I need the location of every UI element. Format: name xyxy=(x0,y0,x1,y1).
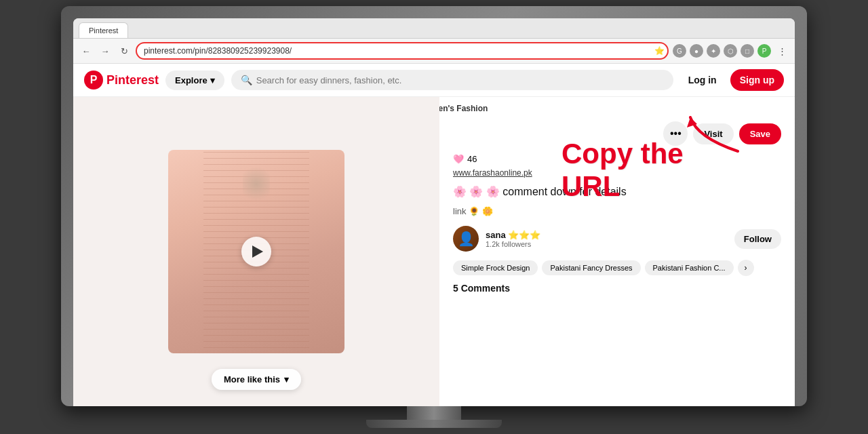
back-button[interactable]: ← xyxy=(79,43,94,58)
pinterest-logo: P Pinterest xyxy=(84,71,159,90)
comments-label: 5 Comments xyxy=(453,283,781,294)
pin-detail-panel: Copy the URL ••• Visit Save 🩷 xyxy=(439,97,795,406)
forward-button[interactable]: → xyxy=(98,43,113,58)
user-name-text: sana xyxy=(486,230,506,240)
user-info: sana ⭐⭐⭐ 1.2k followers xyxy=(486,230,728,248)
chevron-down-icon: ▾ xyxy=(210,75,215,85)
explore-label: Explore xyxy=(175,75,208,85)
browser-toolbar: ← → ↻ ⭐ G ● ✦ ⬡ □ P ⋮ xyxy=(73,39,795,64)
user-name-stars: ⭐⭐⭐ xyxy=(508,230,540,240)
address-bar-wrapper: ⭐ xyxy=(136,42,669,60)
tag-pakistani-fashion[interactable]: Pakistani Fashion C... xyxy=(645,260,734,275)
pinterest-p-icon: P xyxy=(84,71,103,90)
save-button[interactable]: Save xyxy=(739,123,781,144)
user-avatar[interactable] xyxy=(453,226,479,252)
address-bar[interactable] xyxy=(136,42,669,60)
dress-embellish xyxy=(243,163,270,204)
signup-button[interactable]: Sign up xyxy=(730,69,784,91)
ext-icon-5: □ xyxy=(741,44,754,58)
user-followers: 1.2k followers xyxy=(486,240,728,248)
pin-actions-row: ••• Visit Save xyxy=(453,121,781,146)
description-icons: 🌸 🌸 🌸 xyxy=(453,186,500,197)
likes-count: 46 xyxy=(467,154,477,164)
stand-base xyxy=(366,420,502,428)
pinterest-page: P Pinterest Explore ▾ 🔍 Log in Sign up xyxy=(73,64,795,406)
tag-pakistani-fancy[interactable]: Pakistani Fancy Dresses xyxy=(542,260,640,275)
extension-icons: G ● ✦ ⬡ □ P ⋮ xyxy=(673,43,789,58)
tags-row: Simple Frock Design Pakistani Fancy Dres… xyxy=(453,260,781,276)
pinterest-logo-text: Pinterest xyxy=(106,73,159,87)
active-tab[interactable]: Pinterest xyxy=(79,22,128,38)
search-input[interactable] xyxy=(256,75,664,85)
ext-icon-1: G xyxy=(673,44,686,58)
login-button[interactable]: Log in xyxy=(680,69,725,91)
ext-icon-3: ✦ xyxy=(707,44,720,58)
more-like-this-label: More like this xyxy=(224,374,280,384)
monitor: Pinterest ← → ↻ ⭐ G ● ✦ ⬡ xyxy=(61,6,807,406)
bookmark-icon[interactable]: ⭐ xyxy=(654,46,665,56)
browser-chrome: Pinterest xyxy=(73,18,795,39)
pin-image-area: More like this ▾ xyxy=(73,97,439,406)
description-text: comment down for details xyxy=(502,186,626,197)
tags-next-arrow[interactable]: › xyxy=(738,260,754,276)
ext-icon-2: ● xyxy=(690,44,703,58)
search-icon: 🔍 xyxy=(241,75,252,85)
user-name: sana ⭐⭐⭐ xyxy=(486,230,728,240)
menu-button[interactable]: ⋮ xyxy=(774,43,789,58)
user-row: sana ⭐⭐⭐ 1.2k followers Follow xyxy=(453,226,781,252)
visit-button[interactable]: Visit xyxy=(693,123,733,144)
tab-title: Pinterest xyxy=(89,26,118,35)
more-options-button[interactable]: ••• xyxy=(663,121,688,146)
heart-icon: 🩷 xyxy=(453,154,464,164)
follow-button[interactable]: Follow xyxy=(734,229,781,249)
play-triangle-icon xyxy=(252,245,263,258)
header-buttons: Log in Sign up xyxy=(680,69,784,91)
refresh-button[interactable]: ↻ xyxy=(117,43,132,58)
tag-simple-frock[interactable]: Simple Frock Design xyxy=(453,260,538,275)
play-button[interactable] xyxy=(241,237,271,267)
stand-neck xyxy=(407,406,461,420)
ext-icon-6: P xyxy=(757,44,771,58)
likes-row: 🩷 46 xyxy=(453,154,781,164)
pinterest-main: Explore › Women's Fashion More li xyxy=(73,97,795,406)
address-bar-icons: ⭐ xyxy=(654,46,665,56)
monitor-stand xyxy=(366,406,502,428)
explore-button[interactable]: Explore ▾ xyxy=(165,71,224,90)
pin-link-text: link 🌻 🌼 xyxy=(453,206,781,216)
website-link[interactable]: www.farashaonline.pk xyxy=(453,168,781,178)
search-bar: 🔍 xyxy=(231,70,673,90)
more-like-this-button[interactable]: More like this ▾ xyxy=(212,369,301,390)
chevron-down-icon: ▾ xyxy=(284,374,289,384)
pin-description: 🌸 🌸 🌸 comment down for details xyxy=(453,184,781,199)
ext-icon-4: ⬡ xyxy=(724,44,737,58)
browser-window: Pinterest ← → ↻ ⭐ G ● ✦ ⬡ xyxy=(73,18,795,406)
pinterest-header: P Pinterest Explore ▾ 🔍 Log in Sign up xyxy=(73,64,795,97)
